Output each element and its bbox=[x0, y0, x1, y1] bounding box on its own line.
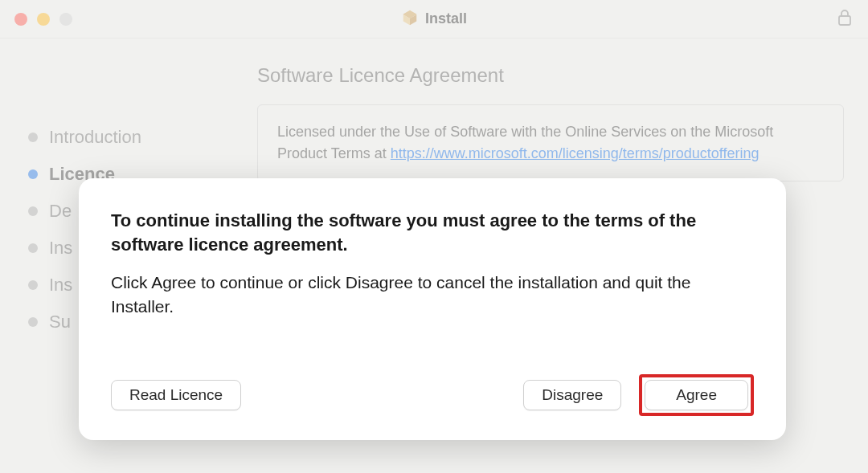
svg-rect-0 bbox=[839, 16, 850, 25]
step-label: Introduction bbox=[49, 127, 141, 148]
sidebar-step-introduction: Introduction bbox=[28, 127, 257, 148]
modal-heading: To continue installing the software you … bbox=[111, 209, 754, 256]
agree-button-highlight: Agree bbox=[639, 374, 754, 416]
titlebar-center: Install bbox=[401, 9, 467, 30]
package-icon bbox=[401, 9, 419, 30]
agreement-modal: To continue installing the software you … bbox=[79, 178, 786, 440]
step-label: De bbox=[49, 201, 72, 222]
disagree-button[interactable]: Disagree bbox=[523, 380, 621, 410]
step-label: Su bbox=[49, 312, 71, 332]
license-link[interactable]: https://www.microsoft.com/licensing/term… bbox=[391, 145, 760, 161]
modal-body-text: Click Agree to continue or click Disagre… bbox=[111, 271, 754, 318]
step-bullet-icon bbox=[28, 243, 38, 253]
maximize-window-button[interactable] bbox=[59, 13, 72, 26]
step-bullet-icon bbox=[28, 280, 38, 290]
content-heading: Software Licence Agreement bbox=[257, 64, 844, 87]
modal-button-row: Read Licence Disagree Agree bbox=[111, 374, 754, 416]
window-title: Install bbox=[425, 10, 467, 27]
agree-button[interactable]: Agree bbox=[645, 380, 748, 410]
close-window-button[interactable] bbox=[14, 13, 27, 26]
step-bullet-icon bbox=[28, 206, 38, 216]
step-bullet-icon bbox=[28, 133, 38, 142]
window-controls bbox=[14, 13, 72, 26]
license-text-box: Licensed under the Use of Software with … bbox=[257, 104, 844, 181]
step-bullet-icon bbox=[28, 317, 38, 327]
lock-icon bbox=[837, 9, 852, 30]
step-label: Ins bbox=[49, 275, 72, 296]
read-licence-button[interactable]: Read Licence bbox=[111, 380, 241, 410]
step-label: Ins bbox=[49, 238, 72, 259]
minimize-window-button[interactable] bbox=[37, 13, 50, 26]
step-bullet-icon bbox=[28, 169, 38, 179]
titlebar: Install bbox=[0, 0, 868, 39]
